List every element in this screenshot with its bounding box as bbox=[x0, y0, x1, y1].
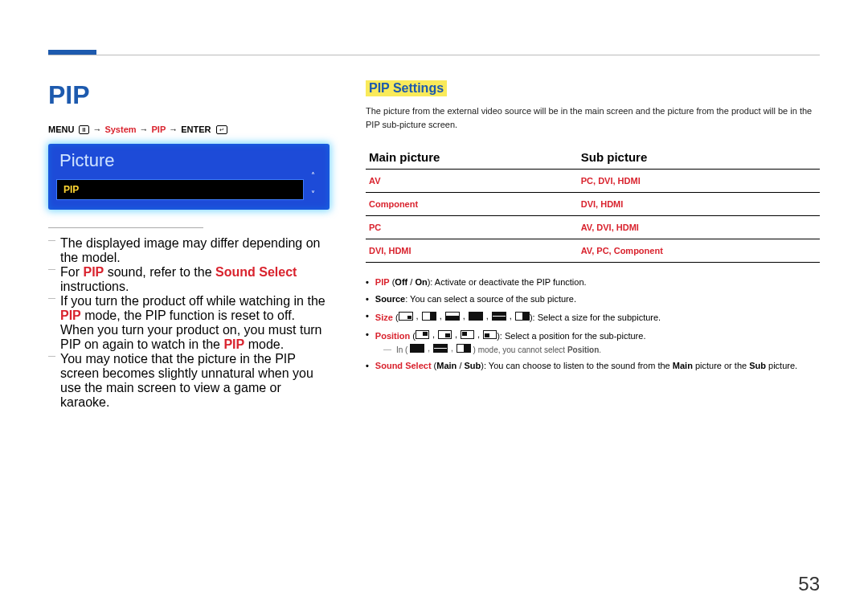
page-title: PIP bbox=[48, 80, 330, 110]
header-rule bbox=[48, 55, 820, 55]
list-item: Source: You can select a source of the s… bbox=[366, 291, 820, 308]
section-intro: The picture from the external video sour… bbox=[366, 104, 820, 131]
list-item: Sound Select (Main / Sub): You can choos… bbox=[366, 358, 820, 374]
header-accent bbox=[48, 50, 96, 55]
osd-menu-panel: Picture PIP ˄ ˅ bbox=[48, 144, 330, 210]
table-row: AV PC, DVI, HDMI bbox=[366, 170, 820, 193]
position-icons: , , , bbox=[416, 326, 497, 343]
position-sub-note: In ( , , ) mode, you cannot select Posit… bbox=[383, 344, 820, 354]
mode-right-icon bbox=[457, 344, 471, 353]
arrow-right-icon: → bbox=[92, 125, 101, 134]
footnotes: The displayed image may differ depending… bbox=[48, 236, 330, 410]
breadcrumb-menu: MENU bbox=[48, 125, 74, 134]
pos-tl-icon bbox=[461, 330, 474, 339]
pos-bl-icon bbox=[483, 330, 497, 339]
size-half-v-icon bbox=[469, 312, 483, 321]
pos-tr-icon bbox=[416, 330, 429, 339]
breadcrumb: MENU Ⅲ → System → PIP → ENTER ↵ bbox=[48, 125, 330, 134]
size-right-icon bbox=[422, 312, 436, 321]
osd-arrow-column: ˄ ˅ bbox=[304, 171, 321, 198]
table-header-main: Main picture bbox=[366, 145, 578, 170]
section-heading: PIP Settings bbox=[366, 80, 447, 96]
settings-list: PIP (Off / On): Activate or deactivate t… bbox=[366, 274, 820, 344]
size-icons: , , , , , bbox=[399, 308, 530, 325]
breadcrumb-enter: ENTER bbox=[181, 125, 211, 134]
footnote-1: The displayed image may differ depending… bbox=[48, 236, 330, 265]
mode-half-h-icon bbox=[433, 344, 448, 353]
list-item: Position ( , , , ): Select a position fo… bbox=[366, 326, 820, 345]
left-column: PIP MENU Ⅲ → System → PIP → ENTER ↵ Pict… bbox=[48, 80, 330, 410]
osd-selected-item: PIP bbox=[56, 179, 304, 200]
table-row: Component DVI, HDMI bbox=[366, 193, 820, 216]
breadcrumb-pip: PIP bbox=[152, 125, 166, 134]
list-item: Size ( , , , , , ): Select a size for th… bbox=[366, 308, 820, 326]
breadcrumb-system: System bbox=[104, 125, 136, 134]
enter-button-icon: ↵ bbox=[216, 125, 227, 134]
footnote-2: For PIP sound, refer to the Sound Select… bbox=[48, 265, 330, 294]
mode-half-v-icon bbox=[410, 344, 424, 353]
size-bottom-icon bbox=[445, 312, 460, 321]
table-header-sub: Sub picture bbox=[578, 145, 820, 170]
size-quarter-icon bbox=[515, 312, 530, 321]
size-small-icon bbox=[399, 312, 413, 321]
right-column: PIP Settings The picture from the extern… bbox=[366, 80, 820, 410]
list-item: PIP (Off / On): Activate or deactivate t… bbox=[366, 274, 820, 291]
size-half-h-icon bbox=[492, 312, 506, 321]
arrow-right-icon: → bbox=[169, 125, 178, 134]
pos-br-icon bbox=[438, 330, 452, 339]
footnote-4: You may notice that the picture in the P… bbox=[48, 352, 330, 410]
chevron-up-icon: ˄ bbox=[311, 171, 315, 180]
source-table: Main picture Sub picture AV PC, DVI, HDM… bbox=[366, 145, 820, 263]
table-row: PC AV, DVI, HDMI bbox=[366, 216, 820, 239]
page-number: 53 bbox=[798, 573, 820, 595]
settings-list-cont: Sound Select (Main / Sub): You can choos… bbox=[366, 358, 820, 374]
menu-button-icon: Ⅲ bbox=[79, 125, 89, 134]
osd-category-label: Picture bbox=[59, 150, 321, 171]
chevron-down-icon: ˅ bbox=[311, 190, 315, 198]
table-row: DVI, HDMI AV, PC, Component bbox=[366, 239, 820, 263]
footnote-3: If you turn the product off while watchi… bbox=[48, 294, 330, 352]
excluded-mode-icons: , , bbox=[410, 344, 471, 353]
arrow-right-icon: → bbox=[140, 125, 149, 134]
divider bbox=[48, 227, 203, 228]
